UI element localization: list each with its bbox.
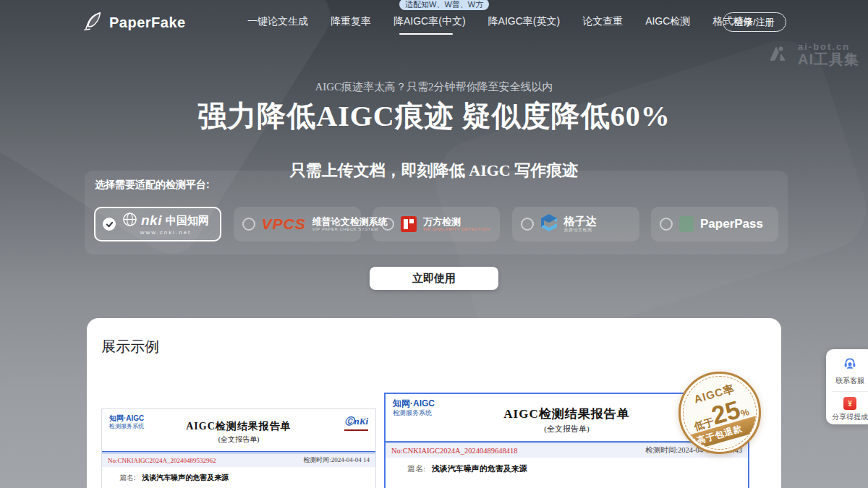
brand-logo[interactable]: PaperFake [82, 10, 186, 35]
report-time: 检测时间:2024-04-04 14 [303, 455, 370, 465]
report-no-row: No:CNKIAIGC2024A_20240489648418 检测时间:202… [386, 443, 748, 458]
platform-option-vpcs[interactable]: VPCS 维普论文检测系统 VIP PAPER CHECK SYSTEM [234, 207, 361, 241]
cnki-latin-text: nki [141, 213, 162, 228]
platform-option-paperpass[interactable]: PaperPass [651, 207, 778, 241]
nav-item-reduce-duplication[interactable]: 降重复率 [331, 15, 371, 28]
nav-item-badge: 适配知W、W普、W方 [399, 0, 489, 10]
gezida-subtitle: 免费论文检测 [564, 228, 597, 233]
watermark-domain: ai-bot.cn [798, 42, 859, 52]
platform-panel: 选择需要适配的检测平台: nki 中国知网 [85, 171, 788, 254]
gezida-title: 格子达 [564, 215, 597, 228]
red-packet-icon [843, 397, 856, 410]
wanfang-subtitle: WF SIMILARITY DETECTION [423, 227, 490, 232]
hero-tagline: AIGC痕迹率太高？只需2分钟帮你降至安全线以内 [0, 80, 868, 94]
feather-icon [82, 10, 103, 35]
showcase-section: 展示示例 知网·AIGC 检测服务系统 ⒸnKi AIGC检测结果报告单 (全文… [87, 318, 781, 488]
showcase-heading: 展示示例 [101, 337, 159, 356]
site-watermark: ai-bot.cn AI工具集 [766, 42, 859, 67]
contact-support-label: 联系客服 [835, 376, 864, 386]
divider [832, 391, 868, 392]
report-brand: 知网·AIGC 检测服务系统 [109, 414, 144, 429]
headset-icon [843, 356, 857, 374]
selected-check-icon [103, 218, 116, 231]
platform-option-cnki[interactable]: nki 中国知网 www.cnki.net [94, 207, 221, 241]
nav-item-aigc-detect[interactable]: AIGC检测 [645, 15, 690, 28]
wanfang-logo-icon [401, 216, 417, 232]
report-subtitle: (全文报告单) [102, 435, 375, 445]
platform-option-gezida[interactable]: 格子达 免费论文检测 [512, 207, 639, 241]
guarantee-stamp-badge: AIGC率 低于25% 高于包退款 [678, 372, 761, 454]
platform-option-wanfang[interactable]: 万方检测 WF SIMILARITY DETECTION [373, 207, 500, 241]
cnki-url: www.cnki.net [122, 230, 209, 236]
cnki-globe-icon [122, 212, 137, 230]
contact-support-button[interactable]: 联系客服 [826, 355, 868, 388]
radio-icon [521, 218, 534, 231]
wanfang-title: 万方检测 [423, 217, 490, 227]
nav-menu: 一键论文生成 降重复率 适配知W、W普、W方 降AIGC率(中文) 降AIGC率… [247, 0, 753, 43]
gezida-cube-icon [540, 213, 558, 235]
ai-bot-logo-icon [766, 42, 792, 67]
brand-name: PaperFake [109, 14, 186, 31]
share-commission-button[interactable]: 分享得提成 [826, 395, 868, 424]
paperpass-logo-icon [679, 216, 694, 232]
vpcs-logo-text: VPCS [262, 215, 306, 233]
floating-side-panel: 联系客服 分享得提成 [826, 349, 868, 424]
report-no-row: No:CNKIAIGC2024A_20240489532962 检测时间:202… [102, 453, 375, 467]
paperpass-title: PaperPass [700, 217, 763, 231]
platform-select-label: 选择需要适配的检测平台: [95, 179, 210, 192]
radio-icon [381, 218, 394, 231]
radio-icon [660, 218, 673, 231]
report-field-row: 篇名: 浅谈汽车噪声的危害及来源 [102, 467, 375, 483]
platform-options: nki 中国知网 www.cnki.net VPCS 维普论文检测系统 VIP … [85, 207, 788, 241]
share-commission-label: 分享得提成 [832, 412, 868, 422]
cnki-corner-logo: ⒸnKi [344, 415, 368, 431]
report-field-row: 篇名: 浅谈汽车噪声的危害及来源 [386, 458, 748, 474]
nav-item-generate[interactable]: 一键论文生成 [247, 15, 308, 28]
report-card-before: 知网·AIGC 检测服务系统 ⒸnKi AIGC检测结果报告单 (全文报告单) … [101, 408, 376, 488]
navbar: PaperFake 一键论文生成 降重复率 适配知W、W普、W方 降AIGC率(… [0, 0, 868, 43]
report-brand: 知网·AIGC 检测服务系统 [393, 399, 435, 416]
login-register-button[interactable]: 登录/注册 [723, 12, 786, 32]
cnki-cn-text: 中国知网 [166, 215, 209, 227]
report-number: No:CNKIAIGC2024A_20240489532962 [108, 457, 216, 464]
nav-item-reduce-aigc-en[interactable]: 降AIGC率(英文) [488, 15, 561, 28]
report-number: No:CNKIAIGC2024A_20240489648418 [391, 447, 517, 455]
watermark-name: AI工具集 [798, 52, 859, 67]
use-now-button[interactable]: 立即使用 [370, 267, 498, 290]
hero-title: 强力降低AIGC痕迹 疑似度降低60% [0, 96, 868, 136]
radio-icon [242, 218, 255, 231]
nav-item-reduce-aigc-cn[interactable]: 适配知W、W普、W方 降AIGC率(中文) [393, 15, 466, 28]
nav-item-paper-check[interactable]: 论文查重 [582, 15, 623, 28]
